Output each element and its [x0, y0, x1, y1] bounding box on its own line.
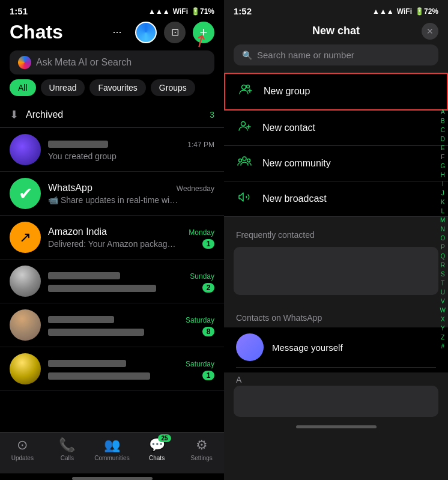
alpha-f[interactable]: F — [440, 153, 446, 162]
alpha-hash[interactable]: # — [440, 342, 446, 351]
alpha-i[interactable]: I — [440, 180, 446, 189]
unread-badge-amazon: 1 — [202, 239, 214, 249]
avatar-6 — [10, 353, 41, 384]
alpha-w[interactable]: W — [440, 306, 446, 315]
alpha-r[interactable]: R — [440, 261, 446, 270]
new-contact-icon — [236, 119, 253, 137]
chat-time-4: Sunday — [190, 272, 214, 281]
alpha-x[interactable]: X — [440, 315, 446, 324]
alpha-t[interactable]: T — [440, 279, 446, 288]
menu-item-new-group[interactable]: New group — [225, 74, 447, 109]
blurred-name-4 — [48, 272, 120, 279]
nav-communities-label: Communities — [94, 455, 129, 461]
menu-item-new-contact[interactable]: New contact — [224, 111, 448, 146]
filter-unread[interactable]: Unread — [41, 79, 85, 96]
new-group-icon — [237, 82, 254, 100]
chat-preview-row-group: You created group — [48, 151, 214, 161]
frequently-contacted-area — [234, 247, 438, 295]
chat-content-4: Sunday 2 — [48, 270, 214, 293]
alpha-m[interactable]: M — [440, 216, 446, 225]
battery-right: 🔋72% — [415, 7, 438, 16]
new-contact-label: New contact — [262, 123, 315, 133]
camera-button[interactable]: ⊡ — [164, 22, 186, 43]
alpha-j[interactable]: J — [440, 189, 446, 198]
search-bar-right[interactable]: 🔍 Search name or number — [234, 44, 438, 65]
alpha-a[interactable]: A — [440, 108, 446, 117]
alpha-g[interactable]: G — [440, 162, 446, 171]
section-a-contact[interactable] — [234, 386, 438, 417]
nav-updates-label: Updates — [11, 455, 34, 461]
chat-time-whatsapp: Wednesday — [177, 184, 214, 193]
new-chat-header: New chat ✕ — [224, 19, 448, 44]
chats-icon: 💬 25 — [149, 437, 165, 453]
chat-item-6[interactable]: Saturday 1 — [0, 347, 224, 391]
chats-title: Chats — [10, 21, 63, 43]
archived-count: 3 — [210, 110, 214, 120]
close-button[interactable]: ✕ — [422, 23, 438, 40]
search-placeholder-text: Ask Meta AI or Search — [36, 57, 132, 68]
filter-groups[interactable]: Groups — [151, 79, 195, 96]
nav-settings[interactable]: ⚙ Settings — [179, 437, 224, 461]
alpha-b[interactable]: B — [440, 117, 446, 126]
avatar-amazon: ↗ — [10, 222, 41, 253]
search-icon-right: 🔍 — [242, 50, 252, 60]
svg-point-1 — [247, 85, 250, 88]
alpha-n[interactable]: N — [440, 225, 446, 234]
avatar-whatsapp: ✔ — [10, 178, 41, 209]
header-left: Chats ··· ⊡ + — [0, 19, 224, 48]
alpha-h[interactable]: H — [440, 171, 446, 180]
alpha-s[interactable]: S — [440, 270, 446, 279]
chat-item-amazon[interactable]: ↗ Amazon India Monday Delivered: Your Am… — [0, 216, 224, 260]
chat-name-whatsapp: WhatsApp — [48, 183, 92, 193]
chat-item-whatsapp[interactable]: ✔ WhatsApp Wednesday 📹 Share updates in … — [0, 172, 224, 216]
avatar-5 — [10, 309, 41, 341]
status-icons-left: ▲▲▲ WiFi 🔋71% — [148, 7, 214, 16]
alpha-z[interactable]: Z — [440, 333, 446, 342]
chat-item-group[interactable]: 1:47 PM You created group — [0, 128, 224, 172]
search-bar[interactable]: Ask Meta AI or Search — [10, 50, 214, 74]
svg-point-5 — [247, 159, 250, 162]
alpha-k[interactable]: K — [440, 198, 446, 207]
filter-favourites[interactable]: Favourites — [89, 79, 145, 96]
chat-preview-row-amazon: Delivered: Your Amazon package with 1 it… — [48, 239, 214, 249]
filter-tabs: All Unread Favourites Groups — [0, 79, 224, 102]
alpha-d[interactable]: D — [440, 135, 446, 144]
alpha-p[interactable]: P — [440, 243, 446, 252]
archived-row[interactable]: ⬇ Archived 3 — [0, 102, 224, 128]
filter-all[interactable]: All — [10, 79, 36, 96]
nav-updates[interactable]: ⊙ Updates — [0, 437, 45, 461]
alpha-q[interactable]: Q — [440, 252, 446, 261]
updates-icon: ⊙ — [17, 437, 28, 453]
meta-ai-button[interactable] — [135, 22, 157, 43]
chat-preview-4 — [48, 283, 156, 293]
menu-item-new-community[interactable]: New community — [224, 146, 448, 181]
alpha-o[interactable]: O — [440, 234, 446, 243]
alpha-v[interactable]: V — [440, 297, 446, 306]
nav-chats[interactable]: 💬 25 Chats — [135, 437, 180, 461]
more-options-button[interactable]: ··· — [106, 22, 128, 43]
nav-settings-label: Settings — [191, 455, 213, 461]
alpha-y[interactable]: Y — [440, 324, 446, 333]
alpha-c[interactable]: C — [440, 126, 446, 135]
menu-item-new-broadcast[interactable]: New broadcast — [224, 181, 448, 217]
blurred-preview-6 — [48, 372, 150, 380]
contact-self[interactable]: Message yourself — [236, 327, 436, 368]
nav-calls[interactable]: 📞 Calls — [45, 437, 90, 461]
alpha-e[interactable]: E — [440, 144, 446, 153]
avatar-group — [10, 134, 41, 165]
blurred-preview-4 — [48, 285, 156, 292]
blurred-name-6 — [48, 360, 126, 367]
chat-item-4[interactable]: Sunday 2 — [0, 260, 224, 303]
chat-name-amazon: Amazon India — [48, 226, 107, 237]
chat-name-5 — [48, 314, 114, 325]
chat-item-5[interactable]: Saturday 8 — [0, 303, 224, 347]
section-a-label: A — [224, 372, 448, 386]
alpha-u[interactable]: U — [440, 288, 446, 297]
chat-time-group: 1:47 PM — [187, 141, 214, 149]
chat-time-amazon: Monday — [189, 228, 214, 237]
chat-content-whatsapp: WhatsApp Wednesday 📹 Share updates in re… — [48, 183, 214, 205]
alpha-l[interactable]: L — [440, 207, 446, 216]
nav-communities[interactable]: 👥 Communities — [89, 437, 135, 461]
svg-point-4 — [243, 157, 246, 160]
chat-header-6: Saturday — [48, 358, 214, 369]
